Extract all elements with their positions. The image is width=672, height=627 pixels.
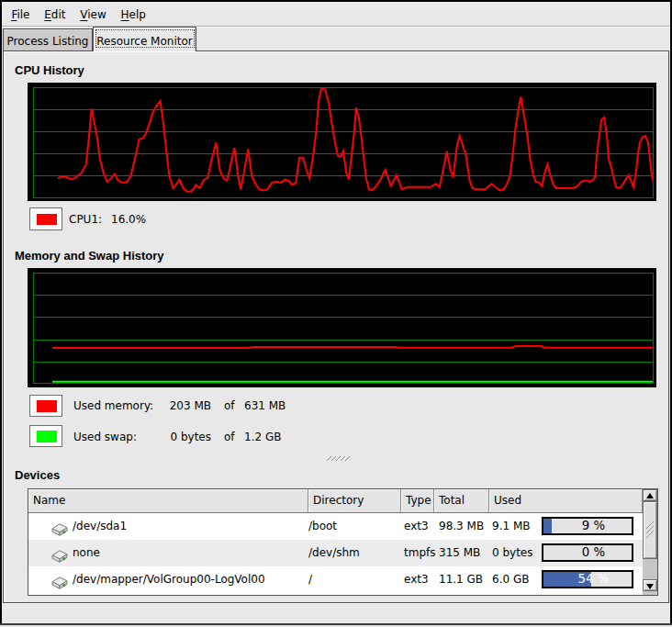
cpu-legend-label: CPU1: — [69, 208, 102, 231]
device-used: 6.0 GB — [492, 566, 529, 593]
scrollbar-thumb-grip-icon — [644, 502, 656, 558]
menubar: FileEditViewHelp — [2, 2, 670, 26]
tab-process-listing-label: Process Listing — [7, 35, 89, 48]
paned-resize-grip[interactable] — [326, 454, 352, 463]
devices-table-header: NameDirectoryTypeTotalUsed — [28, 489, 643, 513]
used-memory-color-swatch — [37, 400, 57, 412]
hard-disk-icon — [50, 549, 69, 566]
device-type: ext3 — [404, 513, 429, 540]
cpu-legend-color-swatch — [37, 214, 57, 225]
tab-resource-monitor-label: Resource Monitor — [96, 35, 192, 48]
menu-file[interactable]: File — [5, 4, 38, 26]
scrollbar-down-button[interactable] — [643, 579, 657, 591]
device-used: 9.1 MB — [492, 513, 530, 540]
column-header-used[interactable]: Used — [489, 489, 643, 513]
cpu-history-graph — [28, 83, 656, 201]
menu-edit[interactable]: Edit — [37, 4, 73, 26]
device-total: 11.1 GB — [439, 566, 483, 593]
device-directory: /boot — [308, 513, 337, 540]
hard-disk-icon — [50, 576, 69, 593]
memory-swap-history-graph — [28, 268, 656, 387]
device-used-progressbar: 0 % — [542, 543, 633, 562]
hard-disk-icon — [50, 522, 69, 540]
device-name: none — [73, 540, 100, 566]
device-used-progressbar: 54 % — [542, 570, 633, 588]
used-swap-of: of — [224, 426, 235, 448]
used-swap-color-swatch — [37, 431, 57, 442]
column-header-type[interactable]: Type — [401, 489, 434, 513]
device-type: tmpfs — [404, 540, 436, 566]
device-total: 315 MB — [439, 540, 480, 566]
memory-swap-history-title: Memory and Swap History — [15, 249, 164, 263]
device-row-3[interactable]: /dev/mapper/VolGroup00-LogVol00 / ext3 1… — [28, 566, 643, 593]
device-name: /dev/sda1 — [73, 513, 127, 540]
device-row-2[interactable]: none /dev/shm tmpfs 315 MB 0 bytes 0 % — [28, 540, 643, 566]
used-swap-total: 1.2 GB — [244, 426, 281, 448]
used-memory-total: 631 MB — [244, 395, 286, 417]
devices-title: Devices — [15, 468, 60, 482]
window-border-left — [0, 0, 2, 624]
down-arrow-icon — [646, 584, 654, 589]
used-swap-swatch-box — [29, 425, 62, 447]
column-header-name[interactable]: Name — [28, 489, 308, 513]
column-header-directory[interactable]: Directory — [308, 489, 401, 513]
menu-view[interactable]: View — [73, 4, 113, 26]
progressbar-label: 9 % — [550, 519, 638, 533]
cpu-legend-swatch-box — [29, 207, 62, 230]
device-directory: /dev/shm — [308, 540, 360, 566]
used-memory-swatch-box — [29, 395, 62, 417]
progressbar-label: 0 % — [550, 545, 638, 560]
device-name: /dev/mapper/VolGroup00-LogVol00 — [73, 566, 265, 593]
cpu-legend-value: 16.0% — [111, 208, 146, 231]
memory-swap-history-chart — [28, 268, 656, 387]
used-memory-label: Used memory: — [73, 395, 153, 417]
scrollbar-thumb[interactable] — [643, 501, 657, 559]
progressbar-label: 54 % — [550, 572, 638, 587]
vertical-scrollbar[interactable] — [643, 489, 657, 595]
devices-table: NameDirectoryTypeTotalUsed /dev/sda1 /bo… — [28, 488, 658, 596]
tab-process-listing[interactable]: Process Listing — [3, 28, 93, 50]
menu-help[interactable]: Help — [114, 4, 153, 26]
used-swap-label: Used swap: — [73, 426, 137, 448]
cpu-history-title: CPU History — [15, 63, 84, 77]
device-used-progressbar: 9 % — [542, 517, 633, 535]
cpu-history-chart — [28, 83, 656, 201]
used-memory-of: of — [224, 395, 235, 417]
scrollbar-up-button[interactable] — [643, 489, 657, 501]
device-used: 0 bytes — [492, 540, 533, 566]
column-header-total[interactable]: Total — [434, 489, 489, 513]
device-total: 98.3 MB — [439, 513, 484, 540]
used-memory-value: 203 MB — [156, 395, 211, 417]
device-directory: / — [308, 566, 312, 593]
up-arrow-icon — [646, 493, 654, 498]
device-row-1[interactable]: /dev/sda1 /boot ext3 98.3 MB 9.1 MB 9 % — [28, 513, 643, 540]
used-swap-value: 0 bytes — [156, 426, 211, 448]
window-border-bottom — [0, 623, 672, 625]
device-type: ext3 — [404, 566, 429, 593]
tab-resource-monitor[interactable]: Resource Monitor — [93, 27, 196, 51]
